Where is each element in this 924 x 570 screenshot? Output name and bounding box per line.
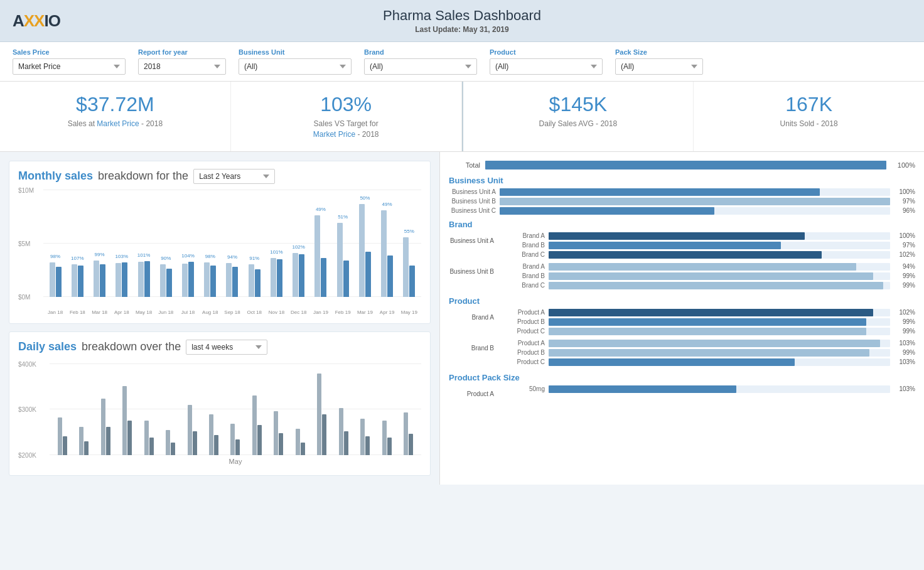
bar-x-label: Jun 18 <box>155 309 176 316</box>
daily-month-label: May <box>50 458 421 465</box>
brand-select[interactable]: (All) <box>364 58 477 75</box>
header-center: Pharma Sales Dashboard Last Update: May … <box>383 8 541 34</box>
hier-bar-fill <box>549 263 856 271</box>
bar-group: 99% <box>89 261 110 297</box>
product-select[interactable]: (All) <box>490 58 603 75</box>
hier-row: Product B99% <box>498 318 915 326</box>
daily-bar-group <box>139 421 159 455</box>
hier-row: 50mg103% <box>498 385 915 393</box>
hier-bar-fill <box>549 340 880 347</box>
bar-group: 103% <box>111 262 132 297</box>
bar-curr <box>78 266 83 297</box>
bar-prev <box>293 253 298 297</box>
bar-pct-label: 90% <box>161 255 171 261</box>
bar-prev <box>359 204 365 297</box>
product-group-rows: Product A103%Product B99%Product C103% <box>498 340 915 368</box>
daily-bar-prev <box>122 386 127 455</box>
hier-row: Product C99% <box>498 328 915 335</box>
daily-bar-group <box>312 374 332 455</box>
total-bar-track <box>485 161 886 169</box>
daily-bar-prev <box>382 421 387 455</box>
bar-curr <box>365 252 371 297</box>
pack-size-label: Pack Size <box>615 48 703 56</box>
pack-size-select[interactable]: (All) <box>615 58 703 75</box>
bar-prev <box>204 262 210 297</box>
hier-bar-fill <box>500 207 714 215</box>
bar-group: 91% <box>244 264 265 297</box>
report-year-select[interactable]: 2018 <box>138 58 226 75</box>
bar-curr <box>122 262 127 297</box>
daily-bar-prev <box>274 411 278 455</box>
hier-row-label: Brand A <box>498 263 545 270</box>
hier-pct: 94% <box>894 263 915 270</box>
hier-bar-fill <box>500 198 890 205</box>
bar-prev <box>94 261 99 297</box>
bar-x-label: Apr 19 <box>377 309 398 316</box>
kpi-daily-avg-value: $145K <box>476 93 681 116</box>
bar-curr <box>277 259 282 297</box>
right-panel: Total100%Business UnitBusiness Unit A100… <box>439 152 924 485</box>
bar-prev <box>50 262 55 297</box>
hier-row: Product B99% <box>498 349 915 357</box>
hier-pct: 97% <box>894 198 915 205</box>
daily-bar-prev <box>230 424 235 455</box>
kpi-sales-label: Sales at Market Price - 2018 <box>13 119 218 129</box>
hier-bar-track <box>500 198 890 205</box>
daily-bar-curr <box>257 425 262 455</box>
daily-bar-curr <box>171 443 175 455</box>
monthly-title-accent: Monthly sales <box>18 169 93 183</box>
daily-bar-curr <box>279 433 283 455</box>
daily-title-rest: breakdown over the <box>82 340 181 353</box>
hier-bar-fill <box>549 385 736 393</box>
bar-pct-label: 51% <box>338 214 348 220</box>
monthly-chart-title: Monthly sales breakdown for the Last 2 Y… <box>18 169 421 184</box>
bar-pct-label: 49% <box>316 207 326 212</box>
daily-bar-curr <box>409 434 413 455</box>
monthly-period-select[interactable]: Last 2 Years <box>193 169 275 184</box>
daily-bar-group <box>399 412 419 455</box>
bar-pct-label: 50% <box>360 195 370 201</box>
hier-row: Brand A100% <box>498 232 915 240</box>
bar-group: 55% <box>399 237 420 297</box>
bar-x-label: May 18 <box>133 309 154 316</box>
bar-group: 50% <box>354 204 375 297</box>
pack-size-group-rows: 50mg103% <box>498 385 915 397</box>
pack-size-group-label: Product A <box>449 385 498 397</box>
sales-price-select[interactable]: Market Price <box>13 58 126 75</box>
kpi-row: $37.72M Sales at Market Price - 2018 103… <box>0 82 924 152</box>
bar-group: 101% <box>266 258 287 297</box>
hier-row: Brand B99% <box>498 272 915 280</box>
daily-bar-chart: $200K$300K$400KMay <box>18 361 421 468</box>
daily-period-select[interactable]: last 4 weeks <box>186 340 267 355</box>
bar-x-label: Jan 18 <box>45 309 66 316</box>
daily-chart-section: Daily sales breakdown over the last 4 we… <box>9 331 431 476</box>
hier-bar-fill <box>549 242 781 249</box>
hier-row-label: Brand C <box>498 251 545 258</box>
bar-pct-label: 99% <box>95 252 105 257</box>
bar-pct-label: 102% <box>292 244 304 250</box>
bar-x-label: May 19 <box>399 309 420 316</box>
kpi-daily-avg: $145K Daily Sales AVG - 2018 <box>462 82 694 151</box>
header: AXXIO Pharma Sales Dashboard Last Update… <box>0 0 924 42</box>
hier-bar-track <box>500 188 890 196</box>
hier-bar-track <box>500 207 890 215</box>
business-unit-select[interactable]: (All) <box>239 58 352 75</box>
hier-row: Brand B97% <box>498 242 915 249</box>
daily-bar-prev <box>79 427 83 455</box>
hier-row-label: Product B <box>498 349 545 356</box>
daily-bar-curr <box>127 421 132 455</box>
hier-pct: 100% <box>894 188 915 195</box>
bar-curr <box>188 262 194 297</box>
hier-bar-fill <box>549 251 822 259</box>
product-filter: Product (All) <box>490 48 603 75</box>
daily-bar-curr <box>214 435 218 455</box>
brand-group-rows: Brand A100%Brand B97%Brand C102% <box>498 232 915 261</box>
bar-group: 49% <box>310 215 331 297</box>
hier-bar-fill <box>549 358 795 366</box>
hier-pct: 100% <box>894 232 915 239</box>
product-group: Brand AProduct A102%Product B99%Product … <box>449 309 915 337</box>
bar-prev <box>182 264 188 297</box>
daily-title-accent: Daily sales <box>18 340 77 353</box>
product-group: Brand BProduct A103%Product B99%Product … <box>449 340 915 368</box>
brand-group-label: Business Unit A <box>449 232 498 261</box>
